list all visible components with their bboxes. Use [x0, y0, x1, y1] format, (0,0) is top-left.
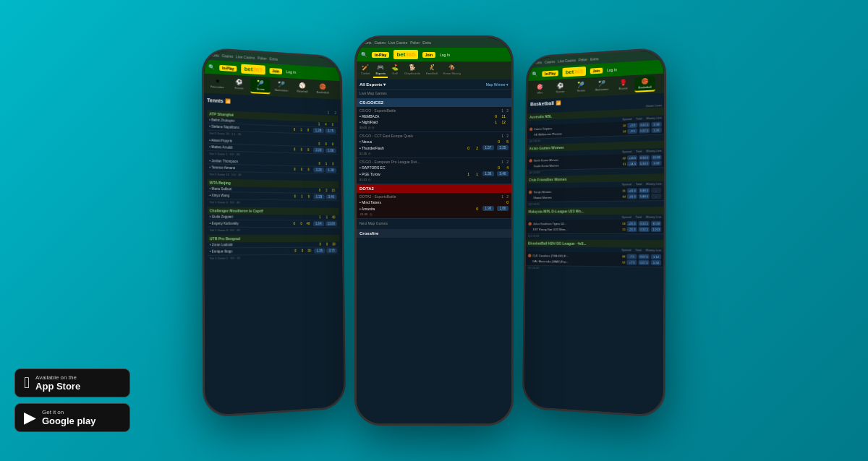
sport-tennis[interactable]: 🎾 Tennis — [250, 78, 271, 94]
odds-btn[interactable]: 3.75 — [326, 248, 337, 253]
odds-btn[interactable]: U17.5 — [639, 128, 650, 134]
sport-rifles[interactable]: 🎯 rifles — [530, 82, 549, 98]
odds-btn[interactable]: 1.41 — [651, 127, 661, 133]
team-raptors: • RAPTORS EC 0 4 — [359, 165, 509, 171]
odds-btn[interactable]: +21.5 — [627, 221, 637, 226]
nav-poker[interactable]: Poker — [410, 40, 420, 45]
odds-btn[interactable]: +41.5 — [627, 188, 637, 193]
nav-live-casino[interactable]: Live Casino — [388, 40, 407, 45]
odds-btn[interactable]: U12.5 — [639, 227, 650, 232]
odds-btn[interactable]: - — [651, 194, 661, 199]
sport-esports[interactable]: 🎮 Esports — [373, 63, 388, 78]
odds-btn[interactable]: 1.02 — [651, 160, 661, 165]
in-play-btn[interactable]: In-Play — [542, 70, 558, 77]
nav-sports[interactable]: Sports — [361, 40, 371, 45]
odds-btn[interactable]: 2.90 — [651, 121, 661, 127]
odds-btn[interactable]: 13.00 — [326, 221, 337, 226]
sport-golf[interactable]: ⛳ Golf — [389, 63, 401, 78]
odds-btn[interactable]: 3.75 — [326, 129, 336, 134]
nav-extra[interactable]: Extra — [422, 40, 431, 45]
nav-poker[interactable]: Poker — [258, 56, 267, 61]
odds-btn[interactable]: U17.5 — [639, 260, 650, 265]
odds-btn[interactable]: +3.5 — [627, 123, 637, 129]
odds-btn[interactable]: 1.57 — [482, 145, 494, 150]
nav-sports[interactable]: Sports — [532, 60, 542, 65]
join-btn[interactable]: Join — [269, 67, 282, 74]
search-icon[interactable]: 🔍 — [532, 71, 537, 77]
sport-greyhounds[interactable]: 🐕 Greyhounds — [402, 63, 422, 78]
sport-basketball[interactable]: 🏀 Basketball — [313, 82, 332, 98]
odds-btn[interactable]: 1.90 — [482, 206, 494, 211]
join-btn[interactable]: Join — [422, 52, 435, 58]
nav-casino[interactable]: Casino — [545, 59, 556, 64]
odds-btn[interactable]: U48.5 — [639, 194, 650, 199]
odds-btn[interactable]: -7.5 — [626, 254, 637, 259]
join-btn[interactable]: Join — [590, 67, 603, 74]
odds-btn[interactable]: 3.40 — [326, 194, 337, 199]
login-btn[interactable]: Log In — [286, 69, 296, 74]
sport-favourites[interactable]: ★ Favourites — [207, 76, 227, 92]
nav-poker[interactable]: Poker — [579, 57, 588, 62]
odds-btn[interactable]: 1.36 — [326, 168, 336, 173]
odds-btn[interactable]: 1.25 — [314, 249, 325, 254]
login-btn[interactable]: Log In — [607, 67, 617, 72]
odds-btn[interactable]: 5.50 — [651, 260, 661, 265]
nav-live-casino[interactable]: Live Casino — [558, 58, 576, 63]
odds-btn[interactable]: 1.12 — [651, 254, 661, 259]
odds-btn[interactable]: U14.5 — [639, 160, 650, 165]
odds-btn[interactable]: 3.40 — [497, 171, 509, 176]
sport-cricket[interactable]: 🏏 Cricket — [359, 63, 372, 78]
odds-btn[interactable]: 1.66 — [326, 148, 336, 153]
odds-btn[interactable]: -41.5 — [627, 194, 637, 199]
soccer-icon: ⚽ — [235, 79, 242, 85]
nav-extra[interactable]: Extra — [270, 56, 278, 61]
sport-tennis[interactable]: 🎾 Tennis — [571, 79, 591, 95]
search-icon[interactable]: 🔍 — [361, 52, 367, 58]
map-winner-dropdown[interactable]: Map Winner ▾ — [486, 82, 509, 87]
odds-btn[interactable]: -21.5 — [627, 227, 637, 232]
login-btn[interactable]: Log In — [440, 53, 450, 57]
team-row: 🏀 EST Rising Star U23 Wom... 15 -21.5 U1… — [528, 227, 661, 232]
apple-store-badge[interactable]:  Available on the App Store — [14, 369, 130, 397]
sport-baseball[interactable]: ⚾ Baseball — [292, 80, 312, 96]
odds-btn[interactable]: 1.80 — [497, 206, 509, 211]
nav-extra[interactable]: Extra — [590, 56, 598, 61]
in-play-btn[interactable]: In-Play — [219, 64, 237, 71]
odds-btn[interactable]: 2.25 — [497, 145, 509, 150]
odds-btn[interactable]: 1.04 — [313, 221, 324, 226]
all-esports-label[interactable]: All Esports ▾ — [359, 82, 386, 87]
odds-btn[interactable]: +14.5 — [627, 155, 637, 160]
odds-btn[interactable]: 1.013 — [651, 227, 661, 232]
sport-basketball[interactable]: 🏀 Basketball — [635, 76, 655, 92]
nav-casino[interactable]: Casino — [222, 53, 234, 59]
odds-btn[interactable]: 12.50 — [651, 221, 661, 226]
sport-badminton[interactable]: 🏸 Badminton — [272, 79, 292, 95]
odds-btn[interactable]: O48.5 — [639, 188, 650, 193]
odds-btn[interactable]: -3.5 — [628, 129, 638, 134]
odds-btn[interactable]: O14.5 — [639, 155, 650, 160]
odds-btn[interactable]: 1.33 — [314, 194, 325, 199]
odds-btn[interactable]: 1.28 — [313, 128, 324, 133]
sport-handball[interactable]: 🤾 Handball — [424, 63, 440, 78]
odds-btn[interactable]: O17.5 — [639, 254, 650, 259]
odds-btn[interactable]: 11.00 — [651, 155, 661, 160]
odds-btn[interactable]: O17.5 — [639, 122, 650, 128]
search-icon[interactable]: 🔍 — [208, 64, 215, 70]
in-play-btn[interactable]: In-Play — [372, 52, 389, 58]
odds-btn[interactable]: -14.5 — [627, 161, 637, 166]
nav-casino[interactable]: Casino — [374, 40, 386, 45]
nav-live-casino[interactable]: Live Casino — [236, 54, 255, 60]
odds-btn[interactable]: +7.5 — [627, 260, 637, 265]
sport-soccer[interactable]: ⚽ Soccer — [550, 81, 570, 97]
odds-btn[interactable]: 1.30 — [482, 171, 494, 176]
odds-btn[interactable]: 2.20 — [313, 147, 324, 152]
odds-btn[interactable]: O12.5 — [639, 221, 650, 226]
google-play-badge[interactable]: ▶ Get it on Google play — [14, 403, 130, 432]
sport-boxcar[interactable]: 🥊 Boxcar — [613, 77, 634, 93]
sport-soccer[interactable]: ⚽ Soccer — [229, 77, 249, 93]
sport-badminton[interactable]: 🏸 Badminton — [592, 79, 611, 95]
odds-btn[interactable]: - — [651, 188, 661, 193]
odds-btn[interactable]: 3.20 — [313, 168, 324, 173]
nav-sports[interactable]: Sports — [208, 53, 219, 58]
sport-horse-racing[interactable]: 🏇 Horse Racing — [441, 63, 463, 78]
